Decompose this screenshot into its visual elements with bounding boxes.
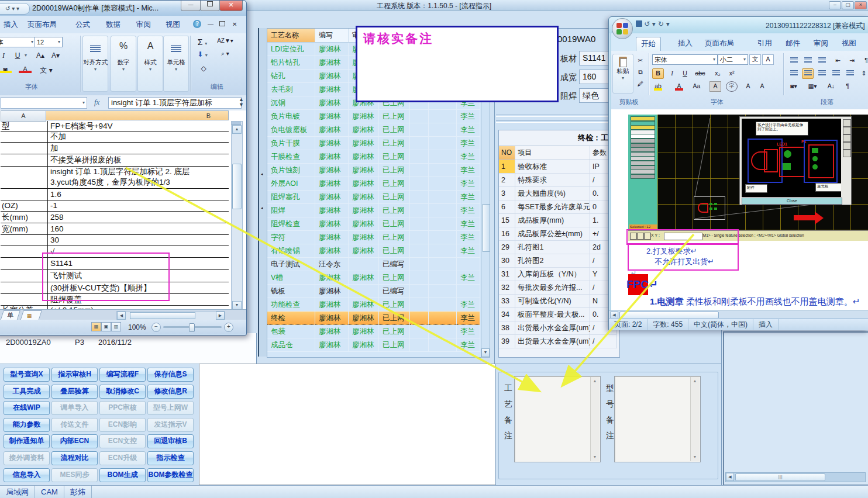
font-color-button[interactable]: A — [17, 65, 33, 74]
excel-tab-页面布局[interactable]: 页面布局 — [27, 20, 57, 30]
process-row[interactable]: 干膜检查廖湘林廖湘林已上网李兰 — [267, 150, 481, 164]
action-button-指示审核H[interactable]: 指示审核H — [51, 368, 98, 382]
word-count[interactable]: 字数: 455 — [647, 319, 688, 330]
process-row[interactable]: 铣板廖湘林已编写 — [267, 285, 481, 298]
font-button-B[interactable]: B — [652, 68, 664, 79]
ribbon-group-对齐方式[interactable]: 对齐方式▾ — [82, 36, 108, 92]
paragraph-mark-icon[interactable]: ¶ — [860, 56, 868, 66]
process-row[interactable]: 字符廖湘林廖湘林已上网李兰 — [267, 231, 481, 244]
quick-access-toolbar[interactable]: ↺ ▾ ▾ — [0, 3, 30, 15]
action-button-能力参数[interactable]: 能力参数 — [4, 418, 50, 432]
process-row[interactable]: 阻焊廖湘林廖湘林已上网李兰 — [267, 204, 481, 217]
process-row[interactable]: 负片蚀刻廖湘林廖湘林已上网李兰 — [267, 164, 481, 177]
final-check-row[interactable]: 30孔符图2/ — [499, 254, 619, 268]
font-name-combo[interactable]: 宋体▾ — [652, 54, 718, 65]
process-row[interactable]: 电子测试汪令东已编写 — [267, 258, 481, 271]
phonetic-button[interactable]: 文 ▾ — [37, 65, 56, 76]
sheet-row[interactable]: 不加 — [1, 132, 229, 143]
ribbon-group-单元格[interactable]: 单元格▾ — [163, 36, 189, 92]
excel-tab-插入[interactable]: 插入 — [4, 20, 18, 30]
cad-tool-icon[interactable] — [843, 119, 851, 127]
excel-titlebar[interactable]: ↺ ▾ ▾ 2D00019WA0制作单 [兼容模式] - Mic... — ✕ — [0, 1, 246, 16]
final-check-row[interactable]: 39出货最大水金金厚(um)/ — [499, 335, 619, 348]
action-button-流程对比[interactable]: 流程对比 — [51, 451, 98, 465]
final-check-row[interactable]: 33可制造优化(Y/N)N — [499, 295, 619, 308]
cad-tool-icon[interactable] — [843, 134, 851, 142]
sheet-row[interactable]: 加 — [1, 143, 229, 154]
action-button-制作通知单[interactable]: 制作通知单 — [4, 434, 50, 448]
statusbar-item[interactable]: 彭炜 — [64, 486, 92, 498]
process-remark-textarea[interactable]: ▲▼ — [514, 376, 601, 462]
cad-close-button[interactable]: Close — [742, 198, 842, 205]
main-maximize-button[interactable]: ▢ — [842, 1, 854, 9]
excel-minimize-button[interactable]: — — [181, 1, 201, 11]
column-header-b[interactable]: B — [46, 110, 229, 120]
final-check-row[interactable]: 3最大翘曲度(%)0. — [499, 187, 619, 200]
shading-icon[interactable]: ◙▾ — [788, 81, 800, 92]
zoom-out-icon[interactable]: − — [151, 323, 161, 332]
final-check-row[interactable]: 6每SET最多允许废单元0 — [499, 200, 619, 214]
textarea-scrollbar[interactable]: ▲▼ — [590, 377, 600, 461]
xy-input[interactable] — [664, 233, 702, 240]
word-document[interactable]: Selected : 12 — [609, 109, 868, 310]
autosum-button[interactable]: Σ ▾ — [195, 37, 210, 47]
action-button-在线WIP[interactable]: 在线WIP — [4, 401, 50, 415]
normal-view-icon[interactable]: ▦ — [91, 322, 101, 331]
sheet-row[interactable]: insight 订单 1.顶层字符层加标记 2. 底层3.ycut角度45度，金… — [1, 167, 229, 189]
scrollbar-thumb[interactable] — [232, 164, 242, 209]
page-indicator[interactable]: 页面: 2/2 — [609, 319, 647, 330]
process-row[interactable]: 功能检查廖湘林廖湘林已上网李兰 — [267, 298, 481, 312]
word-tab-插入[interactable]: 插入 — [673, 37, 697, 50]
insert-mode[interactable]: 插入 — [753, 319, 779, 330]
character-shading-icon[interactable]: A — [709, 81, 721, 92]
scrollbar-thumb[interactable]: |||| — [735, 473, 825, 481]
workbook-restore-icon[interactable] — [219, 21, 225, 27]
final-check-row[interactable]: 2特殊要求/ — [499, 174, 619, 187]
final-check-row[interactable]: 15成品板厚(mm)1. — [499, 214, 619, 227]
ribbon-group-数字[interactable]: %数字▾ — [111, 36, 136, 92]
textarea-scrollbar[interactable]: ▲▼ — [690, 377, 700, 461]
font-button-abc[interactable]: abc — [694, 68, 706, 79]
page-layout-view-icon[interactable]: ▣ — [101, 322, 111, 331]
cad-layer-item[interactable] — [631, 174, 655, 179]
font-size-combo[interactable]: 12▾ — [35, 37, 63, 47]
save-icon[interactable] — [636, 20, 642, 27]
cut-icon[interactable]: ✂ — [635, 56, 646, 66]
action-button-指示检查[interactable]: 指示检查 — [147, 451, 194, 465]
action-button-内部ECN[interactable]: 内部ECN — [51, 434, 98, 448]
process-row[interactable]: 阻焊塞孔廖湘林廖湘林已上网李兰 — [267, 191, 481, 204]
workbook-close-icon[interactable]: ✕ — [232, 21, 237, 27]
process-row[interactable]: V槽廖湘林廖湘林已上网李兰 — [267, 271, 481, 285]
font-button-x²[interactable]: x² — [726, 68, 738, 79]
action-button-修改信息R[interactable]: 修改信息R — [147, 385, 194, 399]
excel-tab-视图[interactable]: 视图 — [166, 20, 180, 30]
scroll-left-icon[interactable]: ◀ — [726, 473, 734, 481]
process-row[interactable]: 包装廖湘林廖湘林已上网李兰 — [267, 325, 481, 338]
zoom-slider-thumb[interactable] — [189, 323, 195, 332]
statusbar-item[interactable]: CAM — [35, 486, 64, 498]
sheet-row[interactable]: 宽(mm)160 — [1, 223, 229, 235]
bullets-icon[interactable] — [788, 56, 800, 66]
model-id[interactable]: 2D00019ZA0 — [6, 338, 51, 347]
clear-button[interactable]: ◇ — [197, 64, 210, 73]
model-remark-textarea[interactable]: ▲▼ — [614, 376, 701, 462]
sheet-row[interactable]: 不接受单拼报废的板 — [1, 154, 229, 167]
justify-icon[interactable] — [830, 68, 842, 79]
grow-font-icon[interactable]: A — [742, 81, 754, 92]
language-indicator[interactable]: 中文(简体，中国) — [688, 319, 753, 330]
fill-color-button[interactable]: ◙ — [0, 65, 13, 74]
splitter-arrow-icon[interactable]: ◂ — [261, 206, 266, 210]
main-close-button[interactable]: × — [855, 1, 867, 9]
statusbar-item[interactable]: 局域网 — [0, 486, 35, 498]
name-box[interactable]: ▾ — [1, 97, 87, 109]
fx-icon[interactable]: fx — [94, 98, 99, 107]
scroll-left-icon[interactable]: ◀ — [117, 312, 126, 320]
grow-font-button[interactable]: A▴ — [33, 51, 47, 60]
word-tab-引用[interactable]: 引用 — [753, 37, 777, 50]
word-tab-页面布局[interactable]: 页面布局 — [700, 37, 739, 50]
word-titlebar[interactable]: ↺ ▾↻▾ 20130911122228312 [兼容模式] — [609, 17, 868, 33]
help-icon[interactable]: ? — [193, 20, 201, 28]
excel-tab-数据[interactable]: 数据 — [106, 20, 120, 30]
zoom-level[interactable]: 100% — [128, 323, 146, 331]
find-select-button[interactable]: ⌕ ▾ — [215, 50, 236, 58]
